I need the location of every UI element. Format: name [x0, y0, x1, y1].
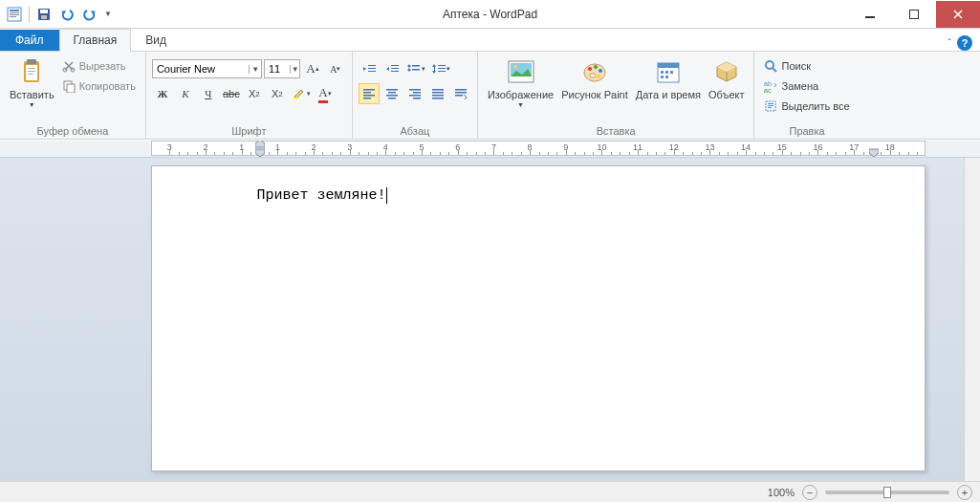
svg-point-70	[766, 61, 773, 69]
shrink-font-button[interactable]: A▾	[325, 58, 346, 79]
find-button[interactable]: Поиск	[760, 56, 853, 76]
cut-button[interactable]: Вырезать	[58, 56, 140, 76]
tab-view[interactable]: Вид	[131, 29, 181, 51]
group-paragraph: ▾ ▾ Абзац	[353, 52, 478, 139]
svg-rect-49	[432, 95, 444, 97]
document-text[interactable]: Привет земляне!	[257, 187, 387, 204]
svg-rect-19	[67, 84, 75, 93]
svg-rect-64	[658, 63, 679, 68]
svg-rect-35	[363, 89, 375, 91]
svg-rect-3	[10, 14, 19, 15]
minimize-button[interactable]	[848, 1, 892, 28]
superscript-button[interactable]: X2	[267, 83, 288, 104]
svg-rect-42	[388, 98, 396, 99]
separator	[29, 6, 30, 23]
underline-button[interactable]: Ч	[198, 83, 219, 104]
qat-dropdown[interactable]: ▼	[102, 4, 114, 25]
svg-rect-13	[28, 68, 35, 69]
save-button[interactable]	[33, 4, 54, 25]
svg-point-60	[599, 69, 602, 73]
select-all-button[interactable]: Выделить все	[760, 97, 853, 116]
svg-rect-50	[432, 98, 444, 99]
line-spacing-button[interactable]: ▾	[429, 58, 452, 79]
bold-button[interactable]: Ж	[152, 83, 173, 104]
svg-rect-12	[26, 65, 37, 80]
subscript-button[interactable]: X2	[244, 83, 265, 104]
svg-point-61	[597, 75, 600, 78]
bullets-button[interactable]: ▾	[404, 58, 427, 79]
workspace: 321123456789101112131415161718 Привет зе…	[0, 141, 980, 481]
image-icon	[506, 56, 536, 87]
svg-rect-69	[665, 76, 668, 78]
svg-rect-65	[661, 71, 664, 74]
calendar-icon	[653, 56, 684, 87]
select-all-label: Выделить все	[781, 100, 849, 112]
replace-button[interactable]: abac Замена	[760, 76, 853, 96]
horizontal-ruler[interactable]: 321123456789101112131415161718	[151, 141, 926, 156]
paint-icon	[579, 56, 610, 87]
tab-file[interactable]: Файл	[0, 30, 59, 51]
zoom-in-button[interactable]: +	[957, 485, 972, 500]
svg-rect-33	[438, 68, 446, 69]
svg-rect-76	[768, 107, 772, 108]
svg-point-59	[594, 65, 598, 69]
object-icon	[711, 56, 742, 87]
paragraph-dialog-button[interactable]	[450, 83, 471, 104]
svg-rect-29	[412, 65, 420, 67]
wordpad-icon[interactable]	[4, 4, 25, 25]
indent-button[interactable]	[381, 58, 403, 79]
maximize-button[interactable]	[892, 1, 936, 28]
insert-image-button[interactable]: Изображение ▼	[484, 55, 557, 112]
strikethrough-button[interactable]: abc	[221, 83, 242, 104]
svg-rect-22	[368, 68, 376, 69]
svg-rect-47	[432, 89, 444, 91]
paste-label: Вставить	[10, 89, 54, 101]
italic-button[interactable]: К	[175, 83, 196, 104]
align-left-button[interactable]	[359, 83, 380, 104]
image-label: Изображение	[488, 89, 554, 101]
outdent-button[interactable]	[359, 58, 380, 79]
undo-button[interactable]	[56, 4, 77, 25]
font-size-input[interactable]	[265, 63, 290, 75]
chevron-down-icon[interactable]: ▼	[290, 65, 299, 74]
font-color-button[interactable]: A▾	[315, 83, 336, 104]
zoom-thumb[interactable]	[883, 487, 891, 498]
insert-group-label: Вставка	[484, 123, 749, 139]
vertical-scrollbar[interactable]	[964, 158, 980, 481]
svg-rect-74	[768, 103, 773, 104]
highlight-button[interactable]: ▾	[290, 83, 313, 104]
redo-button[interactable]	[79, 4, 100, 25]
insert-object-button[interactable]: Объект	[705, 55, 748, 103]
svg-rect-37	[363, 95, 375, 97]
zoom-slider[interactable]	[825, 491, 949, 494]
tab-home[interactable]: Главная	[59, 29, 132, 51]
align-center-button[interactable]	[381, 83, 403, 104]
svg-point-58	[588, 67, 592, 71]
object-label: Объект	[708, 89, 744, 101]
insert-paint-button[interactable]: Рисунок Paint	[557, 55, 632, 103]
font-family-combo[interactable]: ▼	[152, 59, 262, 78]
document-page[interactable]: Привет земляне!	[151, 165, 926, 471]
svg-rect-2	[10, 12, 19, 13]
svg-rect-30	[412, 69, 420, 71]
svg-rect-67	[670, 71, 673, 74]
align-right-button[interactable]	[404, 83, 425, 104]
window-controls	[848, 1, 980, 28]
help-button[interactable]: ?	[957, 35, 972, 51]
insert-datetime-button[interactable]: Дата и время	[632, 55, 705, 103]
justify-button[interactable]	[427, 83, 448, 104]
svg-rect-4	[10, 16, 16, 17]
copy-button[interactable]: Копировать	[58, 76, 140, 96]
chevron-down-icon[interactable]: ▼	[249, 65, 260, 74]
status-bar: 100% − +	[0, 481, 980, 502]
paste-button[interactable]: Вставить ▼	[6, 55, 58, 112]
close-button[interactable]	[936, 1, 980, 28]
zoom-level: 100%	[768, 487, 795, 498]
zoom-out-button[interactable]: −	[802, 485, 817, 500]
svg-rect-68	[661, 76, 664, 78]
collapse-ribbon-button[interactable]: ˆ	[947, 37, 951, 49]
svg-rect-14	[28, 71, 35, 72]
font-size-combo[interactable]: ▼	[264, 59, 300, 78]
font-family-input[interactable]	[153, 63, 250, 75]
grow-font-button[interactable]: A▴	[302, 58, 323, 79]
